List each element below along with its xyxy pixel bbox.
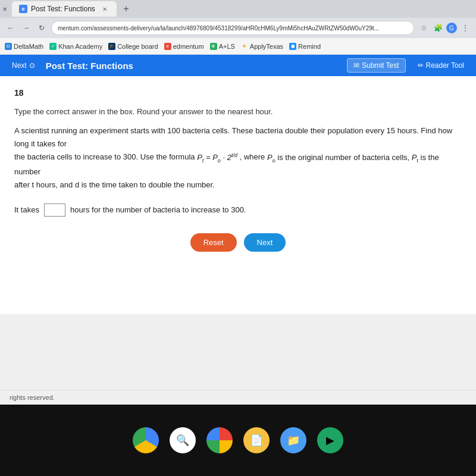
app-header-left: Next ⊙ Post Test: Functions (7, 59, 133, 72)
tab-active-label: Post Test: Functions (31, 5, 95, 13)
answer-input[interactable] (44, 203, 65, 217)
formula-display: Pt = Po · 2t/d (197, 153, 240, 162)
tab-close-x[interactable]: ✕ (2, 6, 7, 12)
nav-next-button[interactable]: Next ⊙ (7, 59, 40, 72)
reader-tool-label: Reader Tool (426, 61, 465, 70)
question-text-part4: after t hours, and d is the time taken t… (14, 180, 215, 189)
menu-icon[interactable]: ⋮ (459, 22, 471, 34)
submit-label: Submit Test (362, 61, 399, 70)
nav-next-label: Next (12, 61, 27, 70)
applytexas-favicon: ★ (241, 43, 248, 50)
bookmark-collegeboard[interactable]: 🎓 College board (108, 43, 158, 50)
apls-favicon: ⊕ (210, 43, 217, 50)
khan-favicon: ✓ (49, 43, 57, 50)
bookmark-khan[interactable]: ✓ Khan Academy (49, 43, 102, 50)
bookmark-apls[interactable]: ⊕ A+LS (210, 43, 235, 50)
app-header-right: ✉ Submit Test ✏ Reader Tool (347, 58, 469, 73)
question-text: A scientist running an experiment starts… (14, 124, 462, 192)
answer-line: It takes hours for the number of bacteri… (14, 203, 462, 217)
taskbar-search-icon[interactable]: 🔍 (170, 427, 196, 453)
next-button[interactable]: Next (244, 233, 286, 252)
edmentum-favicon: e (164, 43, 171, 50)
reset-button[interactable]: Reset (190, 233, 237, 252)
taskbar-drive-icon[interactable] (133, 427, 159, 453)
remind-favicon: ◼ (289, 43, 296, 50)
bookmark-applytexas-label: ApplyTexas (250, 43, 283, 50)
url-input[interactable] (51, 21, 414, 35)
bookmark-star-icon[interactable]: ☆ (418, 22, 430, 34)
app-header: Next ⊙ Post Test: Functions ✉ Submit Tes… (0, 55, 476, 76)
taskbar-chrome-icon[interactable] (206, 427, 233, 453)
po-desc: Po is the original number of bacteria ce… (267, 153, 412, 162)
footer: rights reserved. (0, 390, 476, 405)
main-content: 18 Type the correct answer in the box. R… (0, 76, 476, 314)
question-instruction: Type the correct answer in the box. Roun… (14, 107, 462, 116)
bookmark-remind-label: Remind (298, 43, 321, 50)
refresh-icon[interactable]: ↻ (36, 22, 48, 34)
submit-test-button[interactable]: ✉ Submit Test (347, 58, 405, 73)
extension-icon[interactable]: 🧩 (432, 22, 444, 34)
tab-active-close[interactable]: ✕ (102, 6, 107, 12)
bookmark-deltamath[interactable]: D DeltaMath (5, 43, 43, 50)
bookmark-collegeboard-label: College board (117, 43, 158, 50)
answer-suffix: hours for the number of bacteria to incr… (70, 205, 246, 214)
taskbar-files-icon[interactable]: 📁 (280, 427, 306, 453)
app-title: Post Test: Functions (46, 61, 133, 71)
reader-tool-button[interactable]: ✏ Reader Tool (413, 59, 469, 72)
bookmark-edmentum[interactable]: e edmentum (164, 43, 204, 50)
submit-icon: ✉ (353, 61, 359, 70)
question-text-part1: A scientist running an experiment starts… (14, 126, 452, 148)
collegeboard-favicon: 🎓 (108, 43, 115, 50)
buttons-row: Reset Next (14, 233, 462, 252)
bookmark-applytexas[interactable]: ★ ApplyTexas (241, 43, 283, 50)
answer-prefix: It takes (14, 205, 39, 214)
bookmark-remind[interactable]: ◼ Remind (289, 43, 321, 50)
url-actions: ☆ 🧩 G ⋮ (418, 22, 471, 34)
bookmark-khan-label: Khan Academy (58, 43, 102, 50)
bookmarks-bar: D DeltaMath ✓ Khan Academy 🎓 College boa… (0, 38, 476, 55)
footer-text: rights reserved. (10, 394, 55, 401)
nav-next-icon: ⊙ (29, 61, 35, 70)
tab-favicon: e (19, 5, 27, 13)
taskbar-play-icon[interactable]: ▶ (317, 427, 343, 453)
taskbar: 🔍 📄 📁 ▶ (0, 405, 476, 476)
back-icon[interactable]: ← (5, 22, 17, 34)
question-number: 18 (14, 88, 462, 98)
question-text-part2: the bacteria cells to increase to 300. U… (14, 153, 195, 162)
deltamath-favicon: D (5, 43, 12, 50)
bookmark-deltamath-label: DeltaMath (14, 43, 43, 50)
tab-active[interactable]: e Post Test: Functions ✕ (12, 1, 117, 17)
bookmark-apls-label: A+LS (219, 43, 235, 50)
reader-icon: ✏ (418, 61, 424, 70)
question-text-part3: , where (240, 153, 265, 162)
forward-icon[interactable]: → (20, 22, 32, 34)
new-tab-button[interactable]: + (119, 2, 133, 16)
taskbar-docs-icon[interactable]: 📄 (243, 427, 270, 453)
profile-icon[interactable]: G (446, 23, 457, 33)
tab-bar: ✕ e Post Test: Functions ✕ + (0, 0, 476, 18)
url-bar: ← → ↻ ☆ 🧩 G ⋮ (0, 18, 476, 38)
bookmark-edmentum-label: edmentum (173, 43, 204, 50)
